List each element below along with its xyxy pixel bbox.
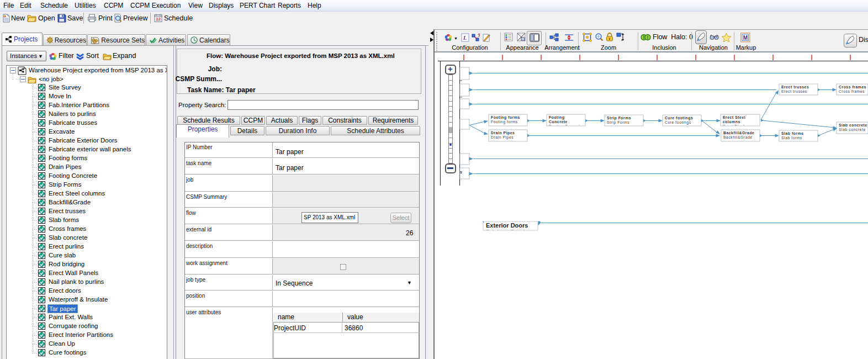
svg-text:columns: columns xyxy=(723,120,740,124)
svg-text:Slab forms: Slab forms xyxy=(781,131,804,135)
svg-text:s: s xyxy=(460,170,462,174)
svg-text:12: 12 xyxy=(156,17,161,22)
svg-text:Drain Pipes: Drain Pipes xyxy=(491,135,514,140)
svg-text:Backfill&Grade: Backfill&Grade xyxy=(723,131,754,135)
svg-text:Cross frames: Cross frames xyxy=(839,85,866,89)
svg-text:Footing forms: Footing forms xyxy=(491,120,518,124)
svg-text:Cure footings: Cure footings xyxy=(665,116,693,120)
svg-text:Cure footings: Cure footings xyxy=(665,120,691,125)
svg-text:Strip Forms: Strip Forms xyxy=(607,120,629,125)
svg-text:Erect trusses: Erect trusses xyxy=(781,89,807,93)
svg-text:Backfill&Grade: Backfill&Grade xyxy=(723,135,753,139)
svg-text:Slab concrete: Slab concrete xyxy=(839,123,867,127)
svg-text:?: ? xyxy=(478,33,480,38)
svg-text:Fabricate Exterio: Fabricate Exterio xyxy=(486,229,528,235)
svg-text:Footing forms: Footing forms xyxy=(491,115,520,120)
svg-text:Concrete: Concrete xyxy=(549,120,568,124)
svg-text:L: L xyxy=(463,34,467,41)
svg-text:Footing: Footing xyxy=(549,115,565,120)
svg-text:Erect trusses: Erect trusses xyxy=(781,85,809,89)
svg-text:Slab concrete: Slab concrete xyxy=(839,128,866,131)
svg-text:Exterior Doors: Exterior Doors xyxy=(486,222,528,229)
svg-text:Strip Forms: Strip Forms xyxy=(607,116,631,120)
svg-text:Erect Steel: Erect Steel xyxy=(723,115,745,119)
svg-text:Slab forms: Slab forms xyxy=(781,136,802,140)
svg-text:Drain Pipes: Drain Pipes xyxy=(491,131,515,135)
svg-text:M: M xyxy=(743,35,748,41)
svg-text:Cross frames: Cross frames xyxy=(839,89,865,93)
